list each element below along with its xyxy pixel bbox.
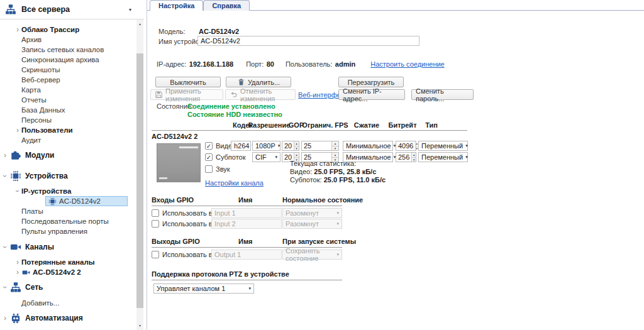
chevron-down-icon[interactable]: › [1,243,9,251]
sidebar-item-database[interactable]: База Данных [0,105,136,115]
chevron-right-icon[interactable]: › [1,314,9,322]
tab-settings[interactable]: Настройка [150,0,203,11]
video-bitrate-value: 4096 [396,141,415,150]
chevron-right-icon[interactable]: › [14,126,21,135]
gpio-input-2-checkbox-box[interactable] [152,220,159,228]
sidebar-item-modules[interactable]: ›Модули [0,148,136,163]
sidebar-item-network-channel-recording[interactable]: Запись сетевых каналов [0,45,136,55]
sidebar-item-channels[interactable]: ›Каналы [0,239,136,255]
video-resolution-select[interactable]: 1080P▾ [252,141,280,151]
chevron-down-icon[interactable]: › [1,172,9,180]
sidebar-item-archive[interactable]: Архив [0,35,136,45]
sidebar-item-map[interactable]: Карта [0,85,136,95]
sidebar-item-ac-d5124v2-2[interactable]: ›AC-D5124v2 2 [0,267,136,277]
channel-settings-link[interactable]: Настройки канала [205,179,264,187]
chevron-down-icon[interactable]: › [13,187,22,195]
power-off-button[interactable]: Выключить [155,77,221,87]
scroll-up-icon[interactable]: ▴ [136,19,143,28]
video-gop-stepper[interactable]: 20▴▾ [282,141,299,151]
sidebar-item-screenshots[interactable]: Скриншоты [0,65,136,75]
substream-checkbox[interactable]: ✓ Субпоток [205,153,246,161]
selected-item-highlight[interactable]: AC-D5124v2 [45,196,128,206]
gpio-output-1-checkbox-box[interactable] [152,251,159,258]
tab-help[interactable]: Справка [203,0,250,11]
gpio-input-1-state-select[interactable]: Разомкнут▾ [282,208,342,218]
chip-icon [9,170,25,182]
audio-checkbox-box[interactable] [205,165,213,173]
gpio-input-1-checkbox-box[interactable] [152,209,159,217]
sidebar-item-boards[interactable]: Платы [0,206,136,216]
chevron-right-icon[interactable]: › [14,258,21,267]
sidebar-item-label: Отчеты [21,96,47,104]
sidebar-item-web-server[interactable]: Веб-сервер [0,75,136,85]
change-ip-label: Сменить IP-адрес... [343,87,401,102]
gpio-input-2-name-field[interactable] [211,219,282,229]
scroll-down-icon[interactable]: ▾ [136,321,143,330]
sidebar-item-network[interactable]: ›Сеть [0,280,136,295]
apply-changes-button[interactable]: Применить изменения [150,89,223,100]
chevron-down-icon[interactable]: › [1,283,9,291]
sidebar-item-archive-sync[interactable]: Синхронизация архива [0,55,136,65]
dropdown-caret-icon: ▾ [334,252,339,257]
ptz-channel-select[interactable]: Управляет каналом 1▾ [153,283,254,294]
gpio-output-1-name-field[interactable] [211,250,282,260]
sidebar-item-lost-channels[interactable]: ›Потерянные каналы [0,257,136,267]
server-select-caret-icon[interactable]: ▾ [129,7,131,13]
sidebar-item-add[interactable]: Добавить... [0,298,136,308]
substream-type-select[interactable]: Переменный▾ [418,152,468,162]
reboot-button[interactable]: Перезагрузить [338,77,404,87]
spinner-buttons[interactable]: ▴▾ [415,141,418,150]
change-password-button[interactable]: Сменить пароль... [411,89,474,100]
sidebar-item-audit[interactable]: Аудит [0,135,136,145]
network-tree-icon [5,4,16,15]
gpio-output-1-state-select[interactable]: Сохранять состояние▾ [282,250,342,260]
sidebar-item-devices[interactable]: ›Устройства [0,168,136,184]
spinner-buttons[interactable]: ▴▾ [294,141,299,150]
undo-icon [230,91,238,99]
substream-checkbox-box[interactable]: ✓ [205,153,213,161]
substream-checkbox-label: Субпоток [216,153,246,161]
revert-changes-button[interactable]: Отменить изменения [225,89,296,100]
change-ip-button[interactable]: Сменить IP-адрес... [338,89,405,100]
video-checkbox-box[interactable]: ✓ [205,142,213,150]
video-type-value: Переменный [421,142,463,150]
sidebar-item-ac-d5124v2[interactable]: AC-D5124v2 [0,196,136,206]
sidebar-item-persons[interactable]: Персоны [0,115,136,125]
scrollbar-thumb[interactable] [136,53,143,308]
delete-button[interactable]: Удалить... [226,77,291,87]
server-selector[interactable]: Все сервера ▾ [0,0,144,19]
connection-info-row: IP-адрес: 192.168.1.188 Порт: 80 Пользов… [157,58,445,70]
codec-select[interactable]: h264▾ [231,141,251,151]
preview-timestamp-overlay [179,146,198,148]
video-compression-select[interactable]: Минимальное▾ [343,141,393,151]
sidebar-item-cloud-trassir[interactable]: ›Облако Трассир [0,25,136,35]
chevron-right-icon[interactable]: › [1,151,9,160]
status-hdd: Состояние HDD неизвестно [187,111,282,118]
chevron-right-icon[interactable]: › [14,268,21,277]
sidebar-item-label: Автоматизация [25,314,83,322]
configure-connection-link[interactable]: Настроить соединение [370,60,445,68]
camera-preview[interactable] [157,143,201,182]
device-name-input[interactable] [197,36,419,46]
sidebar-item-automation[interactable]: ›Автоматизация [0,311,136,326]
video-bitrate-stepper[interactable]: 4096▴▾ [396,141,416,151]
chevron-right-icon[interactable]: › [14,25,21,34]
sidebar-item-control-panels[interactable]: Пульты управления [0,226,136,236]
sidebar-item-label: Карта [21,86,41,94]
audio-checkbox[interactable]: Звук [205,165,230,173]
video-type-select[interactable]: Переменный▾ [418,141,468,151]
substream-bitrate-stepper[interactable]: 256▴▾ [396,152,416,162]
spinner-buttons[interactable]: ▴▾ [331,141,338,150]
sidebar-item-reports[interactable]: Отчеты [0,95,136,105]
sidebar-item-users[interactable]: ›Пользователи [0,125,136,135]
sidebar-item-label: Потерянные каналы [21,258,95,266]
substream-resolution-select[interactable]: CIF▾ [252,152,280,162]
spinner-buttons[interactable]: ▴▾ [411,153,416,162]
sidebar-item-label: Облако Трассир [21,26,79,33]
sidebar-item-serial-ports[interactable]: Последовательные порты [0,216,136,226]
sidebar-scrollbar[interactable]: ▴ ▾ [136,19,143,330]
gpio-input-2-state-select[interactable]: Разомкнут▾ [282,219,342,229]
video-fps-stepper[interactable]: 25▴▾ [301,141,339,151]
gpio-input-1-name-field[interactable] [211,208,282,218]
sidebar-item-ip-devices[interactable]: ›IP-устройства [0,186,136,196]
